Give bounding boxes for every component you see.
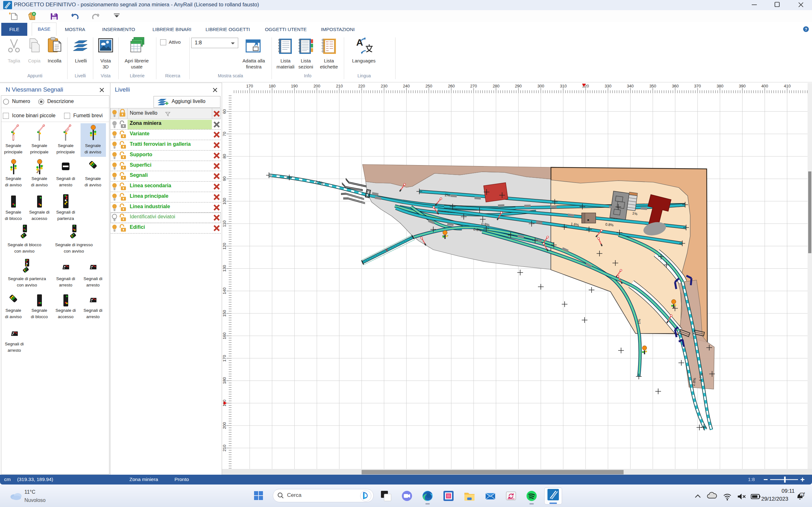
svg-text:1%: 1% [632,211,638,216]
svg-text:220: 220 [358,83,365,89]
svg-text:270: 270 [470,83,477,89]
svg-text:380: 380 [716,83,723,89]
svg-text:410: 410 [784,83,791,89]
svg-text:150: 150 [222,310,227,317]
svg-text:280: 280 [493,83,500,89]
svg-text:180: 180 [222,377,227,384]
svg-text:70: 70 [222,132,227,136]
svg-text:180: 180 [269,83,275,89]
svg-text:90: 90 [222,176,227,181]
svg-text:210: 210 [336,83,343,89]
svg-text:2%: 2% [445,193,450,198]
svg-text:400: 400 [761,83,768,89]
svg-text:330: 330 [605,83,612,89]
svg-text:130: 130 [222,265,227,272]
svg-text:260: 260 [448,83,455,89]
svg-text:170: 170 [246,83,253,89]
svg-text:310: 310 [560,83,567,89]
svg-text:z: z [804,492,805,494]
svg-text:190: 190 [291,83,298,89]
svg-text:100: 100 [222,198,227,205]
svg-text:350: 350 [649,83,656,89]
svg-text:370: 370 [694,83,701,89]
svg-text:390: 390 [739,83,746,89]
svg-text:200: 200 [222,422,227,429]
svg-text:200: 200 [313,83,320,89]
svg-text:210: 210 [222,445,227,452]
svg-text:2.2%: 2.2% [315,180,324,185]
svg-text:80: 80 [222,154,227,158]
svg-text:170: 170 [222,355,227,362]
svg-text:140: 140 [222,287,227,294]
svg-text:300: 300 [537,83,544,89]
svg-text:60: 60 [222,109,227,114]
svg-text:290: 290 [515,83,522,89]
svg-text:160: 160 [222,332,227,339]
svg-text:110: 110 [222,221,227,227]
svg-text:120: 120 [222,243,227,250]
svg-text:1%: 1% [637,319,641,325]
svg-text:360: 360 [672,83,679,89]
svg-text:z: z [801,494,803,497]
svg-text:?: ? [805,27,807,32]
svg-text:A: A [356,37,363,48]
svg-text:240: 240 [403,83,410,89]
svg-text:250: 250 [425,83,432,89]
svg-text:230: 230 [380,83,388,89]
svg-text:340: 340 [627,83,634,89]
